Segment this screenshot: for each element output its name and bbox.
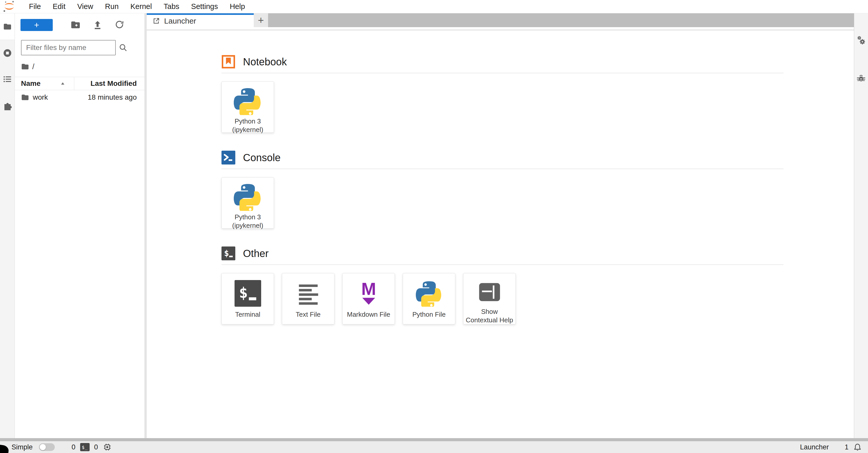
new-folder-button[interactable] bbox=[70, 19, 81, 30]
card-label: Markdown File bbox=[347, 310, 390, 319]
svg-text:M: M bbox=[361, 280, 376, 299]
svg-text:$: $ bbox=[239, 284, 248, 301]
menu-run[interactable]: Run bbox=[99, 2, 124, 11]
launcher-card-notebook-python3[interactable]: Python 3 (ipykernel) bbox=[221, 82, 274, 133]
toc-icon bbox=[3, 75, 12, 84]
terminals-count: 0 bbox=[72, 443, 75, 451]
launcher-card-console-python3[interactable]: Python 3 (ipykernel) bbox=[221, 177, 274, 229]
launcher-section-notebook: Notebook Python 3 (ipykernel) bbox=[221, 55, 783, 133]
python-logo-icon bbox=[234, 87, 262, 115]
file-list-header: Name Last Modified bbox=[15, 77, 145, 90]
dock-bottom-band bbox=[0, 438, 868, 441]
console-icon bbox=[221, 151, 235, 165]
file-modified: 18 minutes ago bbox=[88, 93, 145, 102]
toggle-knob bbox=[40, 444, 46, 450]
panel-splitter[interactable] bbox=[145, 13, 147, 438]
gears-icon bbox=[856, 35, 866, 45]
sidebar-item-property-inspector[interactable] bbox=[854, 26, 868, 54]
current-activity-label[interactable]: Launcher bbox=[800, 443, 829, 451]
simple-mode-toggle[interactable] bbox=[39, 443, 55, 451]
launcher-section-console: Console Python 3 (ipykernel) bbox=[221, 151, 783, 229]
sidebar-item-file-browser[interactable] bbox=[0, 13, 14, 40]
kernels-count: 0 bbox=[94, 443, 98, 451]
running-icon bbox=[3, 49, 12, 58]
tab-bar: Launcher + bbox=[147, 13, 854, 27]
simple-mode-label: Simple bbox=[11, 443, 33, 451]
notifications-count: 1 bbox=[845, 443, 848, 451]
menu-edit[interactable]: Edit bbox=[47, 2, 71, 11]
notebook-icon bbox=[221, 55, 235, 69]
jupyterlab-app: File Edit View Run Kernel Tabs Settings … bbox=[0, 0, 868, 453]
sidebar-item-debugger[interactable] bbox=[854, 64, 868, 93]
card-label: Python 3 (ipykernel) bbox=[223, 117, 273, 134]
tab-strip-gap bbox=[147, 27, 854, 30]
launcher-card-text-file[interactable]: Text File bbox=[282, 273, 334, 324]
text-file-icon bbox=[295, 279, 321, 308]
card-label: Python 3 (ipykernel) bbox=[223, 213, 273, 230]
filter-files-input[interactable] bbox=[22, 44, 119, 52]
menu-tabs[interactable]: Tabs bbox=[158, 2, 185, 11]
markdown-icon: M bbox=[355, 279, 382, 308]
menu-file[interactable]: File bbox=[23, 2, 47, 11]
upload-button[interactable] bbox=[92, 19, 103, 30]
menu-kernel[interactable]: Kernel bbox=[124, 2, 158, 11]
search-icon bbox=[119, 43, 128, 52]
section-divider bbox=[221, 73, 783, 73]
running-sessions-status[interactable]: 0 $_ 0 bbox=[72, 443, 112, 452]
refresh-button[interactable] bbox=[114, 19, 125, 30]
sort-caret-icon bbox=[60, 81, 66, 86]
main-dock-panel: Launcher + Notebook bbox=[147, 13, 854, 438]
right-sidebar bbox=[854, 13, 868, 438]
launcher-card-python-file[interactable]: Python File bbox=[403, 273, 455, 324]
card-label: Terminal bbox=[235, 310, 260, 319]
jupyter-logo-icon bbox=[2, 1, 17, 12]
breadcrumb[interactable]: / bbox=[21, 61, 145, 72]
new-tab-button[interactable]: + bbox=[254, 13, 268, 27]
menu-bar: File Edit View Run Kernel Tabs Settings … bbox=[0, 0, 868, 13]
folder-icon bbox=[21, 62, 29, 71]
extensions-icon bbox=[2, 100, 12, 110]
upload-icon bbox=[93, 20, 102, 30]
bug-icon bbox=[856, 74, 866, 84]
refresh-icon bbox=[115, 20, 124, 30]
left-sidebar bbox=[0, 13, 15, 438]
folder-icon bbox=[21, 93, 29, 102]
column-name-label: Name bbox=[21, 79, 40, 88]
card-label: Python File bbox=[412, 310, 445, 319]
launcher-card-show-contextual-help[interactable]: Show Contextual Help bbox=[463, 273, 516, 324]
file-row-work[interactable]: work 18 minutes ago bbox=[15, 90, 145, 105]
section-divider bbox=[221, 169, 783, 169]
terminal-icon: $ bbox=[235, 279, 261, 308]
section-title-console: Console bbox=[243, 152, 281, 164]
launcher-tab-icon bbox=[152, 17, 160, 25]
tab-launcher-label: Launcher bbox=[164, 17, 196, 25]
launcher-panel: Notebook Python 3 (ipykernel) bbox=[147, 30, 854, 438]
file-browser-panel: + bbox=[15, 13, 145, 438]
breadcrumb-root[interactable]: / bbox=[32, 62, 34, 71]
section-title-other: Other bbox=[243, 248, 269, 259]
card-label: Text File bbox=[296, 310, 320, 319]
section-divider bbox=[221, 264, 783, 265]
launcher-card-markdown-file[interactable]: M Markdown File bbox=[342, 273, 395, 324]
filter-files-box bbox=[21, 40, 116, 55]
menu-help[interactable]: Help bbox=[224, 2, 251, 11]
launcher-section-other: $ Other $ Terminal bbox=[221, 247, 783, 324]
card-label: Show Contextual Help bbox=[465, 308, 514, 324]
menu-view[interactable]: View bbox=[71, 2, 99, 11]
sidebar-item-table-of-contents[interactable] bbox=[0, 66, 14, 92]
bell-icon[interactable] bbox=[853, 443, 862, 451]
chip-icon bbox=[103, 443, 112, 452]
python-logo-icon bbox=[234, 183, 262, 211]
sidebar-item-running-kernels[interactable] bbox=[0, 40, 14, 66]
section-title-notebook: Notebook bbox=[243, 56, 287, 68]
contextual-help-icon bbox=[477, 279, 502, 305]
tab-launcher[interactable]: Launcher bbox=[147, 13, 254, 27]
column-header-name[interactable]: Name bbox=[15, 77, 74, 90]
status-bar: Simple 0 $_ 0 Launcher 1 bbox=[0, 441, 868, 453]
launcher-card-terminal[interactable]: $ Terminal bbox=[221, 273, 274, 324]
menu-settings[interactable]: Settings bbox=[185, 2, 224, 11]
sidebar-item-extensions[interactable] bbox=[0, 92, 14, 118]
new-launcher-button[interactable]: + bbox=[21, 19, 53, 31]
column-header-modified[interactable]: Last Modified bbox=[74, 77, 145, 90]
python-logo-icon bbox=[416, 279, 442, 308]
